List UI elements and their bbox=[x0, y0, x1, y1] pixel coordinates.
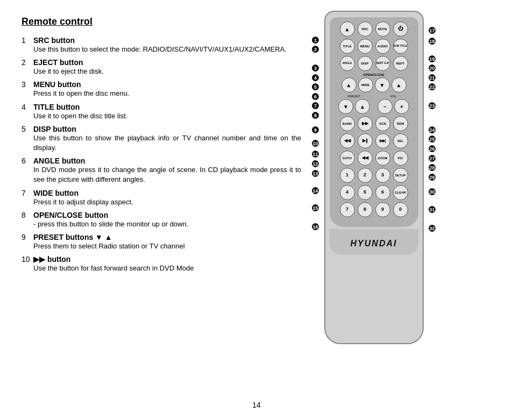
num-8[interactable]: 8 bbox=[358, 202, 373, 217]
power-button[interactable]: ⏻ bbox=[393, 22, 408, 37]
item-number: 2 bbox=[22, 58, 31, 76]
ann-8: 8 bbox=[312, 112, 319, 119]
item-desc: Use it to open the disc title list. bbox=[33, 111, 128, 121]
vol-up[interactable]: + bbox=[394, 99, 409, 114]
num-4[interactable]: 4 bbox=[340, 185, 355, 200]
band-button[interactable]: BAND bbox=[340, 116, 355, 131]
list-item: 10▶▶ buttonUse the button for fast forwa… bbox=[22, 255, 301, 273]
item-content: DISP buttonUse this button to show the p… bbox=[33, 125, 301, 153]
remote-row-8: GOTO ◀◀ ZOOM PIC bbox=[333, 151, 415, 166]
item-desc: Press them to select Radio station or TV… bbox=[33, 241, 185, 251]
title-button[interactable]: TITLE bbox=[340, 39, 355, 54]
preset-down[interactable]: ▼ bbox=[338, 99, 353, 114]
item-title: DISP button bbox=[33, 125, 301, 133]
item-title: WIDE button bbox=[33, 189, 133, 197]
item-desc: Press it to adjust display aspect. bbox=[33, 197, 133, 207]
menu-button[interactable]: MENU bbox=[358, 39, 373, 54]
ann-27: 27 bbox=[429, 155, 436, 162]
num-1[interactable]: 1 bbox=[340, 168, 355, 183]
ann-25: 25 bbox=[429, 136, 436, 143]
num-7[interactable]: 7 bbox=[340, 202, 355, 217]
rdm-button[interactable]: RDM bbox=[393, 116, 408, 131]
rept-ab-button[interactable]: REPT A-B bbox=[375, 56, 390, 71]
ann-20: 20 bbox=[429, 65, 436, 72]
ann-22: 22 bbox=[429, 83, 436, 90]
rept-button[interactable]: REPT bbox=[393, 56, 408, 71]
ann-28: 28 bbox=[429, 164, 436, 171]
ann-24: 24 bbox=[429, 126, 436, 133]
item-number: 6 bbox=[22, 156, 31, 184]
ann-10: 10 bbox=[312, 140, 319, 147]
goto-button[interactable]: GOTO bbox=[340, 151, 355, 166]
clear-button[interactable]: CLEAR bbox=[393, 185, 408, 200]
num-5[interactable]: 5 bbox=[358, 185, 373, 200]
item-desc: Use this button to select the mode: RADI… bbox=[33, 45, 287, 54]
src-button[interactable]: SRC bbox=[358, 22, 373, 37]
rewind-button[interactable]: ◀◀ bbox=[358, 151, 373, 166]
remote-row-3: ANGLE DISP REPT A-B REPT bbox=[333, 56, 415, 71]
list-item: 4TITLE buttonUse it to open the disc tit… bbox=[22, 103, 301, 121]
item-title: MENU button bbox=[33, 80, 129, 89]
ann-16: 16 bbox=[312, 223, 319, 230]
eject-button[interactable]: ▲ bbox=[340, 22, 355, 37]
audio-button[interactable]: AUDIO bbox=[375, 39, 390, 54]
sel-button[interactable]: SEL bbox=[393, 133, 408, 148]
item-number: 4 bbox=[22, 103, 31, 121]
list-item: 5DISP buttonUse this button to show the … bbox=[22, 125, 301, 153]
item-number: 5 bbox=[22, 125, 31, 153]
ann-15: 15 bbox=[312, 204, 319, 211]
preset-up[interactable]: ▲ bbox=[355, 99, 370, 114]
item-content: OPEN/CLOSE button- press this button to … bbox=[33, 211, 188, 229]
nav-up[interactable]: ▲ bbox=[391, 77, 407, 92]
remote-row-7: ◀◀ ▶‖ ▶▶| SEL bbox=[333, 133, 415, 148]
num-9[interactable]: 9 bbox=[375, 202, 390, 217]
remote-row-5: PRESET ▼ ▲ VOL − + bbox=[333, 95, 415, 114]
page-title: Remote control bbox=[22, 16, 301, 27]
num-0[interactable]: 0 bbox=[393, 202, 408, 217]
item-number: 8 bbox=[22, 211, 31, 229]
ann-23: 23 bbox=[429, 102, 436, 109]
wide-button[interactable]: WIDE bbox=[358, 77, 373, 92]
zoom-button[interactable]: ZOOM bbox=[375, 151, 390, 166]
sub-title-button[interactable]: SUB TITLE bbox=[393, 39, 408, 54]
remote-row-2: TITLE MENU AUDIO SUB TITLE bbox=[333, 39, 415, 54]
ann-12: 12 bbox=[312, 160, 319, 167]
remote-row-1: ▲ SRC MUTE ⏻ bbox=[333, 22, 415, 37]
pic-button[interactable]: PIC bbox=[393, 151, 408, 166]
item-content: EJECT buttonUse it to eject the disk. bbox=[33, 58, 104, 76]
ann-31: 31 bbox=[429, 206, 436, 213]
remote-row-4: OPEN/CLOSE ▲ WIDE ▼ ▲ bbox=[333, 73, 415, 92]
item-content: SRC buttonUse this button to select the … bbox=[33, 36, 287, 54]
setup-button[interactable]: SETUP bbox=[393, 168, 408, 183]
list-item: 8OPEN/CLOSE button- press this button to… bbox=[22, 211, 301, 229]
ff-button[interactable]: ▶▶ bbox=[358, 116, 373, 131]
item-content: ▶▶ buttonUse the button for fast forward… bbox=[33, 255, 194, 273]
vol-down[interactable]: − bbox=[377, 99, 393, 114]
item-number: 3 bbox=[22, 80, 31, 98]
mute-button[interactable]: MUTE bbox=[375, 22, 390, 37]
list-item: 7WIDE buttonPress it to adjust display a… bbox=[22, 189, 301, 207]
item-desc: Use this button to show the playback inf… bbox=[33, 133, 301, 153]
ann-13: 13 bbox=[312, 170, 319, 177]
angle-button[interactable]: ANGLE bbox=[340, 56, 355, 71]
list-item: 9PRESET buttons ▼ ▲Press them to select … bbox=[22, 233, 301, 251]
num-6[interactable]: 6 bbox=[375, 185, 390, 200]
item-title: EJECT button bbox=[33, 58, 104, 67]
next-button[interactable]: ▶▶| bbox=[375, 133, 390, 148]
num-2[interactable]: 2 bbox=[358, 168, 373, 183]
play-pause-button[interactable]: ▶‖ bbox=[358, 133, 373, 148]
prev-button[interactable]: ◀◀ bbox=[340, 133, 355, 148]
ann-6: 6 bbox=[312, 93, 319, 100]
disp-button[interactable]: DISP bbox=[358, 56, 373, 71]
open-close-up[interactable]: ▲ bbox=[341, 77, 357, 92]
ann-29: 29 bbox=[429, 174, 436, 181]
brand-logo: HYUNDAI bbox=[330, 239, 418, 248]
scn-button[interactable]: SCN bbox=[375, 116, 390, 131]
list-item: 2EJECT buttonUse it to eject the disk. bbox=[22, 58, 301, 76]
nav-down[interactable]: ▼ bbox=[375, 77, 390, 92]
page-number: 14 bbox=[252, 401, 261, 409]
num-3[interactable]: 3 bbox=[375, 168, 390, 183]
item-content: ANGLE buttonIn DVD mode press it to chan… bbox=[33, 156, 301, 184]
item-desc: Press it to open the disc menu. bbox=[33, 89, 129, 98]
ann-18: 18 bbox=[429, 38, 436, 45]
